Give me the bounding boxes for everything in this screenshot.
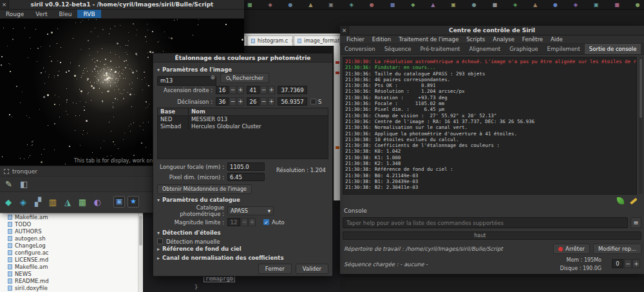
spinner-minus-icon[interactable]: − — [260, 86, 267, 94]
menu-item[interactable]: Traitement de l'image — [395, 35, 462, 43]
console-log[interactable]: 21:30:30:La résolution astrométrique a é… — [343, 57, 637, 195]
file-tree-item[interactable]: LICENSE.md — [0, 256, 143, 263]
file-tree-item[interactable]: TODO — [0, 220, 143, 228]
image-viewer-button[interactable]: ▣ — [113, 196, 125, 208]
expand-icon[interactable]: ▸ — [157, 246, 160, 252]
command-history-icon[interactable]: ≡ — [630, 217, 641, 228]
spinner-value[interactable]: 0 — [612, 259, 623, 268]
histogram-icon[interactable]: ▥ — [46, 197, 59, 207]
menu-item[interactable]: Edition — [368, 35, 395, 43]
table-row[interactable]: Simbad Hercules Globular Cluster — [158, 123, 328, 130]
tab-vert[interactable]: Vert — [30, 10, 53, 18]
clear-input-icon[interactable]: ⊗ — [210, 74, 215, 81]
astrometry-star-button[interactable]: ★ — [128, 196, 139, 208]
scrollbar-thumb[interactable] — [139, 216, 142, 246]
section-image-params[interactable]: ▾ Paramètres de l'image — [157, 66, 232, 73]
ide-tab-image-format[interactable]: image_format × — [294, 35, 340, 46]
file-tree-item[interactable]: autogen.sh — [0, 235, 143, 242]
menu-item[interactable]: Aide — [547, 35, 567, 43]
panel-icon[interactable]: ◆ — [574, 0, 578, 10]
panel-icon[interactable]: ▣ — [451, 0, 456, 10]
panel-icon[interactable]: ◆ — [411, 0, 415, 10]
truncate-checkbox[interactable] — [4, 169, 9, 174]
ruler-warning-mark[interactable] — [336, 146, 339, 149]
clear-console-icon[interactable] — [630, 197, 638, 204]
menu-item[interactable]: Scripts — [462, 35, 489, 43]
dec-seconds-field[interactable]: 56.9357 — [278, 97, 307, 106]
table-row[interactable]: NED MESSIER 013 — [158, 116, 328, 123]
fourier-icon[interactable]: ◮ — [61, 197, 74, 207]
menu-item[interactable]: Analyse — [489, 35, 518, 43]
layers-icon[interactable]: ◧ — [20, 179, 28, 189]
file-tree-item[interactable]: ChangeLog — [0, 242, 143, 249]
pixel-math-icon[interactable]: ▦ — [76, 197, 89, 207]
ruler-error-mark[interactable] — [336, 72, 339, 74]
catalog-select[interactable]: APASS ▾ — [227, 206, 274, 215]
collapse-icon[interactable]: ▾ — [157, 67, 160, 73]
file-tree-item[interactable]: Makefile.am — [0, 213, 143, 220]
spinner-minus-icon[interactable]: − — [229, 86, 236, 94]
ide-annotation-ruler[interactable] — [334, 46, 340, 200]
control-titlebar[interactable]: × Centre de contrôle de Siril — [340, 26, 644, 35]
tab-graphique[interactable]: Graphique — [505, 44, 542, 54]
section-star-detection[interactable]: ▾ Détection d'étoiles — [157, 229, 221, 236]
pixel-size-field[interactable] — [227, 173, 265, 181]
spinner-value[interactable]: 12 — [227, 218, 240, 226]
panel-icon[interactable]: ● — [472, 0, 477, 10]
file-tree-item[interactable]: README.md — [0, 277, 143, 284]
tab-bleu[interactable]: Bleu — [53, 10, 78, 18]
panel-icon[interactable]: ■ — [390, 0, 395, 10]
panel-icon[interactable]: ■ — [614, 0, 620, 10]
command-input[interactable] — [343, 217, 628, 228]
panel-icon[interactable]: ▲ — [308, 0, 312, 10]
spinner-minus-icon[interactable]: − — [229, 97, 236, 106]
close-tab-icon[interactable]: × — [290, 38, 293, 44]
tab-rouge[interactable]: Rouge — [0, 10, 30, 18]
background-extraction-icon[interactable]: ◈ — [17, 197, 30, 207]
file-tree-item[interactable]: configure.ac — [0, 249, 143, 256]
tab-sortie-console[interactable]: Sortie de console — [585, 44, 641, 54]
file-tree-item[interactable]: Makefile.am — [0, 263, 143, 270]
search-button[interactable]: Rechercher — [220, 73, 269, 83]
ra-seconds-field[interactable]: 37.7369 — [278, 86, 307, 94]
panel-icon[interactable]: ▲ — [533, 0, 537, 10]
panel-icon[interactable]: ▣ — [594, 0, 599, 10]
tab-conversion[interactable]: Conversion — [340, 44, 380, 54]
panel-icon[interactable]: ● — [370, 0, 374, 10]
auto-checkbox[interactable]: ✓ — [263, 219, 269, 225]
tab-empilement[interactable]: Empilement — [543, 44, 585, 54]
spinner-plus-icon[interactable]: + — [237, 86, 244, 94]
close-button[interactable]: Fermer — [258, 264, 292, 274]
spinner-plus-icon[interactable]: + — [268, 86, 275, 94]
panel-icon[interactable]: ● — [636, 0, 640, 10]
collapse-icon[interactable]: ▾ — [157, 230, 160, 236]
panel-icon[interactable]: ▲ — [431, 0, 435, 10]
stop-button[interactable]: Arrêter — [553, 244, 590, 254]
apply-button[interactable]: Valider — [296, 264, 328, 274]
collapse-icon[interactable]: ▾ — [157, 197, 160, 203]
tab-rvb[interactable]: RVB — [77, 10, 100, 18]
spinner-plus-icon[interactable]: + — [249, 218, 256, 226]
change-workdir-button[interactable]: Modifier rep... — [593, 244, 641, 254]
siril-titlebar[interactable]: × siril v0.9.12-beta1 - /home/cyril/Imag… — [0, 0, 244, 10]
panel-icon[interactable]: ▣ — [328, 0, 334, 10]
close-window-icon[interactable]: × — [340, 26, 349, 35]
color-calibration-icon[interactable]: ◆ — [2, 197, 15, 207]
panel-icon[interactable]: ◈ — [513, 0, 517, 10]
explorer-scrollbar[interactable] — [138, 213, 143, 292]
spinner-value[interactable]: 36 — [216, 97, 229, 106]
column-name[interactable]: Nom — [189, 108, 328, 115]
spinner-minus-icon[interactable]: − — [260, 97, 267, 106]
panel-icon[interactable]: ◈ — [350, 0, 354, 10]
menu-item[interactable]: Fenêtre — [518, 35, 547, 43]
spinner-plus-icon[interactable]: + — [237, 97, 244, 106]
ide-tab-histogram[interactable]: histogram.c × — [247, 35, 293, 46]
south-checkbox[interactable] — [310, 99, 316, 104]
manual-detection-checkbox[interactable] — [157, 238, 163, 244]
spinner-value[interactable]: 16 — [216, 86, 229, 94]
scrollbar-thumb[interactable] — [639, 59, 642, 118]
section-background-reference[interactable]: ▸ Référence de fond du ciel — [157, 246, 242, 252]
panel-icon[interactable]: ◆ — [268, 0, 272, 10]
spinner-plus-icon[interactable]: + — [268, 97, 275, 106]
panel-icon[interactable]: ● — [288, 0, 292, 10]
